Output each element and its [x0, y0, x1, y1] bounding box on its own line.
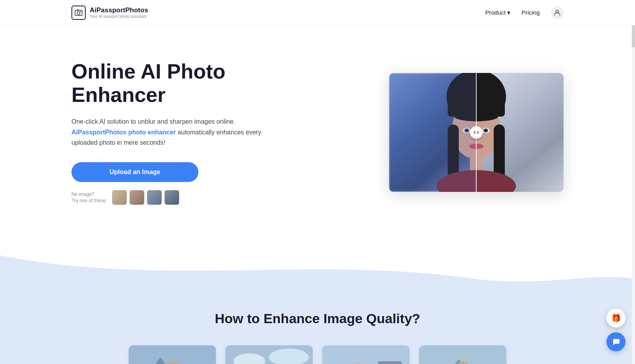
step-image-3 — [322, 345, 410, 364]
svg-rect-22 — [129, 345, 216, 364]
svg-rect-40 — [419, 345, 506, 364]
svg-rect-2 — [77, 10, 79, 11]
steps-row — [71, 345, 564, 364]
svg-point-1 — [77, 11, 80, 14]
logo-icon — [71, 6, 86, 20]
step-card-1 — [129, 345, 216, 364]
before-background — [389, 73, 476, 192]
sample-thumb-1[interactable] — [112, 190, 127, 205]
svg-rect-36 — [378, 361, 402, 364]
scrollbar[interactable] — [632, 0, 635, 364]
step-card-4 — [419, 345, 506, 364]
upload-button[interactable]: Upload an Image — [71, 162, 198, 182]
navbar: AiPassportPhotos Your AI passport photo … — [0, 0, 635, 25]
after-background — [476, 73, 564, 192]
nav-pricing[interactable]: Pricing — [521, 9, 540, 16]
wave-transition — [0, 255, 635, 287]
brand-tagline: Your AI passport photo assistant. — [90, 14, 148, 19]
sample-thumbs — [112, 190, 179, 205]
brand-name: AiPassportPhotos — [90, 6, 148, 14]
step-image-2 — [225, 345, 313, 364]
hero-title: Online AI Photo Enhancer — [71, 60, 262, 107]
svg-rect-34 — [322, 345, 410, 364]
hero-left: Online AI Photo Enhancer One-click AI so… — [71, 60, 262, 205]
brand-highlight: AiPassportPhotos photo enhancer — [71, 129, 176, 136]
chevron-down-icon: ▾ — [507, 9, 510, 16]
step-card-2 — [225, 345, 313, 364]
step-card-3 — [322, 345, 410, 364]
before-after-comparison — [389, 73, 564, 192]
nav-product[interactable]: Product ▾ — [485, 9, 510, 16]
wave-shape — [0, 255, 635, 287]
nav-links: Product ▾ Pricing — [485, 6, 564, 19]
how-section: How to Enhance Image Quality? — [0, 287, 635, 364]
user-account-button[interactable] — [551, 6, 564, 19]
svg-rect-3 — [80, 11, 81, 12]
sample-thumb-3[interactable] — [147, 190, 162, 205]
comparison-handle[interactable] — [470, 126, 483, 139]
hero-description: One-click AI solution to unblur and shar… — [71, 117, 262, 148]
sample-row: No image?Try one of these: — [71, 190, 262, 205]
sample-thumb-4[interactable] — [164, 190, 179, 205]
gift-button[interactable]: 🎁 — [606, 308, 625, 328]
chat-button[interactable] — [606, 332, 625, 351]
logo-text: AiPassportPhotos Your AI passport photo … — [90, 6, 148, 19]
step-image-4 — [419, 345, 506, 364]
sample-thumb-2[interactable] — [129, 190, 144, 205]
no-image-label: No image?Try one of these: — [71, 191, 107, 205]
logo[interactable]: AiPassportPhotos Your AI passport photo … — [71, 6, 148, 20]
floating-buttons: 🎁 — [606, 308, 625, 351]
section-title: How to Enhance Image Quality? — [71, 311, 564, 326]
step-image-1 — [129, 345, 216, 364]
hero-section: Online AI Photo Enhancer One-click AI so… — [0, 25, 635, 232]
